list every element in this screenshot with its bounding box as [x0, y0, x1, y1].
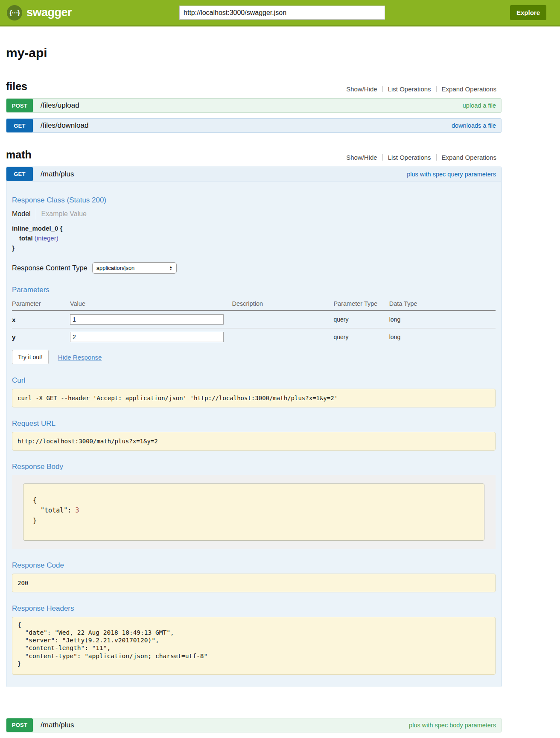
param-row-y: y query long — [12, 328, 496, 346]
swagger-logo-icon: {⋯} — [7, 5, 22, 20]
param-type-cell: query — [333, 328, 389, 346]
param-description-cell — [232, 310, 334, 328]
math-show-hide-link[interactable]: Show/Hide — [346, 154, 377, 161]
divider — [382, 154, 383, 161]
hide-response-link[interactable]: Hide Response — [58, 354, 102, 361]
col-parameter: Parameter — [12, 298, 70, 310]
data-type-cell: long — [389, 328, 496, 346]
parameters-table: Parameter Value Description Parameter Ty… — [12, 298, 496, 346]
param-row-x: x query long — [12, 310, 496, 328]
response-content-type-select[interactable]: application/json — [92, 262, 177, 274]
files-expand-operations-link[interactable]: Expand Operations — [442, 85, 496, 93]
operation-row-get-math-plus[interactable]: GET /math/plus plus with spec query para… — [6, 167, 501, 182]
col-parameter-type: Parameter Type — [333, 298, 389, 310]
response-body-heading: Response Body — [12, 463, 496, 471]
explore-button[interactable]: Explore — [510, 5, 546, 20]
section-title-math: math — [6, 149, 32, 161]
model-signature: inline_model_0 { total (integer) } — [12, 225, 496, 252]
param-name: y — [12, 328, 70, 346]
operation-summary[interactable]: upload a file — [463, 102, 496, 109]
math-expand-operations-link[interactable]: Expand Operations — [442, 154, 496, 161]
col-value: Value — [70, 298, 232, 310]
operation-row-post-files-upload[interactable]: POST /files/upload upload a file — [6, 98, 502, 113]
response-content-type-label: Response Content Type — [12, 264, 88, 272]
param-name: x — [12, 310, 70, 328]
param-description-cell — [232, 328, 334, 346]
operation-row-post-math-plus[interactable]: POST /math/plus plus with spec body para… — [6, 718, 502, 732]
operation-summary[interactable]: plus with spec body parameters — [409, 722, 496, 729]
section-title-files: files — [6, 80, 27, 93]
files-show-hide-link[interactable]: Show/Hide — [346, 85, 377, 93]
post-method-badge: POST — [6, 99, 33, 112]
operation-detail-panel: Response Class (Status 200) Model Exampl… — [6, 182, 501, 687]
post-method-badge: POST — [6, 718, 33, 732]
spec-url-input[interactable] — [179, 6, 385, 20]
response-code: 200 — [12, 574, 496, 592]
response-class-heading: Response Class (Status 200) — [12, 196, 496, 205]
model-open: inline_model_0 { — [12, 225, 496, 232]
swagger-logo[interactable]: {⋯} swagger — [7, 5, 72, 20]
col-description: Description — [232, 298, 334, 310]
response-headers-heading: Response Headers — [12, 604, 496, 613]
param-type-cell: query — [333, 310, 389, 328]
request-url: http://localhost:3000/math/plus?x=1&y=2 — [12, 432, 496, 451]
page-title: my-api — [6, 46, 502, 60]
operation-path[interactable]: /files/upload — [41, 101, 79, 110]
section-math: math Show/Hide List Operations Expand Op… — [6, 149, 502, 732]
select-arrows-icon — [169, 266, 172, 271]
section-files: files Show/Hide List Operations Expand O… — [6, 80, 502, 133]
divider — [36, 208, 36, 220]
selected-content-type: application/json — [96, 265, 135, 271]
data-type-cell: long — [389, 310, 496, 328]
operation-path[interactable]: /math/plus — [41, 170, 74, 179]
json-number: 3 — [75, 507, 79, 514]
response-code-heading: Response Code — [12, 561, 496, 570]
try-it-out-button[interactable]: Try it out! — [12, 350, 49, 364]
tab-example-value[interactable]: Example Value — [41, 210, 87, 218]
logo-glyph: {⋯} — [9, 9, 20, 17]
math-list-operations-link[interactable]: List Operations — [388, 154, 431, 161]
swagger-logo-text: swagger — [26, 6, 72, 19]
files-list-operations-link[interactable]: List Operations — [388, 85, 431, 93]
divider — [382, 86, 383, 92]
operation-summary[interactable]: plus with spec query parameters — [407, 171, 496, 178]
get-method-badge: GET — [6, 119, 33, 132]
operation-summary[interactable]: downloads a file — [452, 122, 496, 129]
get-method-badge: GET — [6, 167, 33, 181]
request-url-heading: Request URL — [12, 419, 496, 428]
divider — [436, 86, 437, 92]
parameters-heading: Parameters — [12, 286, 496, 294]
model-close: } — [12, 244, 496, 252]
operation-path[interactable]: /files/download — [41, 121, 88, 130]
curl-command: curl -X GET --header 'Accept: applicatio… — [12, 389, 496, 407]
header-bar: {⋯} swagger Explore — [0, 0, 560, 26]
response-content-type-row: Response Content Type application/json — [12, 262, 496, 274]
response-headers: { "date": "Wed, 22 Aug 2018 18:49:13 GMT… — [12, 617, 496, 675]
model-property: total (integer) — [19, 234, 496, 242]
curl-heading: Curl — [12, 376, 496, 385]
col-data-type: Data Type — [389, 298, 496, 310]
divider — [436, 154, 437, 161]
main-content: my-api files Show/Hide List Operations E… — [6, 46, 502, 732]
response-body-container: { "total": 3 } — [12, 475, 496, 549]
param-y-value-input[interactable] — [70, 332, 224, 342]
operation-row-get-files-download[interactable]: GET /files/download downloads a file — [6, 118, 502, 133]
param-x-value-input[interactable] — [70, 314, 224, 325]
model-tabs: Model Example Value — [12, 208, 496, 220]
operation-path[interactable]: /math/plus — [41, 721, 74, 729]
operation-get-math-plus-expanded: GET /math/plus plus with spec query para… — [6, 167, 502, 687]
parameters-header-row: Parameter Value Description Parameter Ty… — [12, 298, 496, 310]
tab-model[interactable]: Model — [12, 210, 31, 218]
response-body-json: { "total": 3 } — [23, 483, 484, 541]
